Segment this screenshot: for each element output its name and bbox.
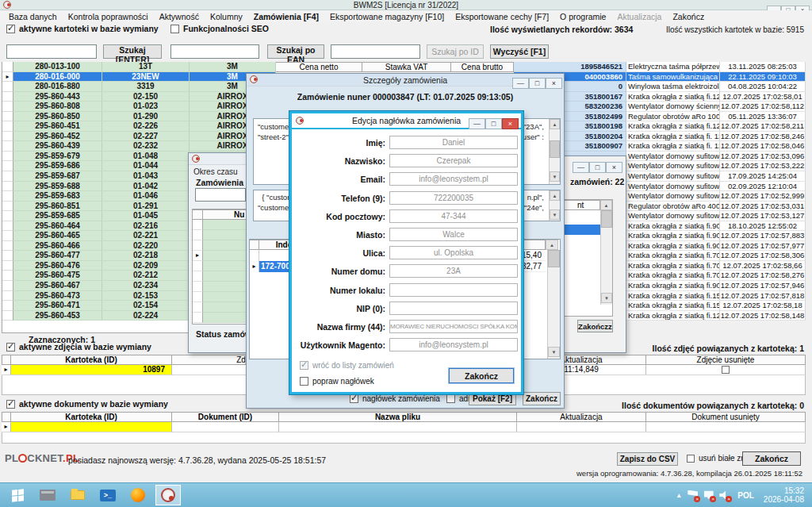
cell-aktualizacja[interactable]: 12.07.2025 17:02:53,127 <box>720 211 806 221</box>
cell-aktualizacja[interactable]: 12.07.2025 17:02:53,031 <box>720 202 806 212</box>
row-selector[interactable] <box>2 281 13 291</box>
close-icon[interactable]: × <box>606 162 622 173</box>
cell-aktualizacja[interactable]: 02.09.2025 12:10:04 <box>720 182 806 192</box>
cell-indeks[interactable]: 295-860-465 <box>13 231 102 241</box>
cell-kod[interactable]: 01-046 <box>102 191 190 202</box>
cell-indeks[interactable]: 295-859-685 <box>13 211 102 221</box>
row-selector[interactable]: ▸ <box>250 261 259 272</box>
cell-kod[interactable]: 02-224 <box>102 311 190 321</box>
header-cena-netto[interactable]: Cena netto <box>276 62 362 72</box>
row-selector[interactable] <box>193 240 203 251</box>
docs-row[interactable]: ▸ <box>2 422 806 432</box>
minimize-icon[interactable]: — <box>469 118 485 129</box>
menu-item[interactable]: Aktywność <box>154 12 205 21</box>
cell-kod[interactable]: 01-044 <box>102 161 190 171</box>
cell-indeks[interactable]: 295-859-687 <box>13 171 102 182</box>
field-input[interactable]: info@leonsystem.pl <box>389 338 518 351</box>
cell-nazwa[interactable]: Kratka okrągła z siatką fi.150 szara 0 <box>626 301 720 311</box>
docs-cell-aktualizacja[interactable] <box>517 422 646 432</box>
server-manager-icon[interactable] <box>35 485 60 505</box>
cell-aktualizacja[interactable]: 12.07.2025 17:02:58,66 <box>720 261 806 271</box>
checkbox-icon[interactable] <box>170 25 179 33</box>
cell-aktualizacja[interactable]: 12.07.2025 17:02:58,112 <box>720 102 806 112</box>
cell-aktualizacja[interactable]: 12.07.2025 17:02:53,096 <box>720 152 806 162</box>
cell-kod[interactable]: 13T <box>102 62 190 72</box>
search-ean-button[interactable]: Szukaj po EAN <box>267 44 324 59</box>
orders-scrollbar[interactable]: ▼ <box>600 210 612 305</box>
row-selector[interactable] <box>2 82 13 92</box>
search-id-button[interactable]: Szukaj po ID <box>427 44 484 59</box>
row-selector[interactable] <box>2 191 13 202</box>
details-close-button[interactable]: Zakończ <box>523 392 561 405</box>
ean-row[interactable]: 1895846521 Elektryczna taśma półprzewodn… <box>514 62 806 72</box>
scroll-down-icon[interactable]: ▼ <box>601 293 612 303</box>
field-input[interactable]: 23A <box>389 264 518 278</box>
field-input[interactable]: 722200035 <box>389 191 518 205</box>
field-input[interactable]: ul. Opolska <box>389 246 518 259</box>
field-input[interactable]: 47-344 <box>389 209 518 223</box>
cell-nazwa[interactable]: Kratka okrągła z siatką fi.150 brąz 0 <box>626 291 720 302</box>
cell-indeks[interactable]: 295-860-477 <box>13 251 102 261</box>
row-selector[interactable] <box>193 251 203 261</box>
row-selector[interactable] <box>2 171 13 182</box>
docs-cell-usuniety[interactable] <box>646 422 806 432</box>
cell-aktualizacja[interactable]: 12.07.2025 17:02:53,222 <box>720 161 806 171</box>
photos-header-kartoteka[interactable]: Kartoteka (ID) <box>11 355 172 365</box>
cell-kod[interactable]: 3319 <box>102 82 190 92</box>
cell-aktualizacja[interactable]: 12.07.2025 17:02:58,306 <box>720 251 806 261</box>
row-selector[interactable] <box>193 313 203 323</box>
grid-scrollbar[interactable]: ▼ <box>547 250 560 359</box>
cell-kod[interactable]: 02-221 <box>102 231 190 241</box>
docs-header-usuniety[interactable]: Dokument usunięty <box>646 412 806 422</box>
row-selector[interactable] <box>2 121 13 132</box>
cell-kod[interactable]: 02-232 <box>102 141 190 152</box>
cell-indeks[interactable]: 295-860-453 <box>13 311 102 321</box>
exit-button[interactable]: Zakończ <box>742 451 801 466</box>
cell-indeks[interactable]: 295-860-851 <box>13 202 102 212</box>
cell-aktualizacja[interactable]: 12.07.2025 17:02:58,18 <box>720 301 806 311</box>
photos-cell-kartoteka[interactable]: 10897 <box>11 365 172 375</box>
row-selector[interactable]: ▸ <box>2 365 11 375</box>
save-csv-button[interactable]: Zapisz do CSV <box>617 452 678 466</box>
cell-nazwa[interactable]: Wentylator domowy sufitowy aRid <box>626 161 720 171</box>
row-selector[interactable] <box>2 291 13 302</box>
file-explorer-icon[interactable] <box>65 485 90 505</box>
cell-indeks[interactable]: 295-860-439 <box>13 141 102 152</box>
cell-indeks[interactable]: 280-016-880 <box>13 82 102 92</box>
cell-kod[interactable]: 02-216 <box>102 221 190 232</box>
cell-aktualizacja[interactable]: 12.07.2025 17:02:58,046 <box>720 141 806 152</box>
docs-table[interactable]: Kartoteka (ID) Dokument (ID) Nazwa pliku… <box>2 412 806 444</box>
cell-aktualizacja[interactable]: 12.07.2025 17:02:57,883 <box>720 231 806 241</box>
header-cena-brutto[interactable]: Cena brutto <box>451 62 514 72</box>
menu-item[interactable]: Zamówienia [F4] <box>248 12 324 21</box>
row-selector[interactable] <box>2 241 13 252</box>
menu-item[interactable]: O programie <box>554 12 611 21</box>
cell-aktualizacja[interactable]: 12.07.2025 17:02:58,01 <box>720 92 806 102</box>
checkbox-icon[interactable] <box>687 455 695 463</box>
minimize-icon[interactable]: — <box>573 162 589 173</box>
docs-cell-dokument[interactable] <box>172 422 279 432</box>
docs-cell-nazwa[interactable] <box>279 422 517 432</box>
menu-item[interactable]: Kontrola poprawności <box>63 12 154 21</box>
scroll-up-icon[interactable]: ▲ <box>550 190 560 201</box>
cell-kod[interactable]: 23NEW <box>102 72 190 83</box>
powershell-icon[interactable]: >_ <box>95 485 121 505</box>
cell-indeks[interactable]: 280-016-000 <box>13 72 102 83</box>
cell-ean[interactable]: 1895846521 <box>514 62 626 72</box>
photos-toggle[interactable]: aktywne zdjęcia w bazie wymiany <box>6 342 151 351</box>
product-row[interactable]: 280-016-000 23NEW 3M <box>2 72 276 83</box>
cell-nazwa[interactable]: Kratka okrągła z siatką fi.90 brąz 02 <box>626 231 720 241</box>
return-to-orders-toggle[interactable]: wróć do listy zamówień <box>300 361 394 370</box>
network-icon[interactable]: × <box>703 490 714 501</box>
docs-header-nazwa[interactable]: Nazwa pliku <box>279 412 517 422</box>
cell-kod[interactable]: 02-226 <box>102 121 190 132</box>
cell-nazwa[interactable]: Kratka okrągła z siatką fi.120 brąz 0 <box>626 92 720 102</box>
close-icon[interactable]: × <box>546 78 562 89</box>
cell-aktualizacja[interactable]: 18.10.2025 12:55:02 <box>720 221 806 232</box>
cell-kod[interactable]: 02-209 <box>102 261 190 271</box>
product-row[interactable]: 295-860-439 02-232 AIRROX <box>2 141 276 152</box>
cell-aktualizacja[interactable]: 12.07.2025 17:02:58,148 <box>720 311 806 321</box>
cell-kod[interactable]: 01-045 <box>102 211 190 221</box>
cell-aktualizacja[interactable]: 12.07.2025 17:02:58,211 <box>720 121 806 132</box>
field-input[interactable]: MORAWIEC NIERUCHOMOŚCI SPÓŁKA KOMANDY <box>389 320 518 333</box>
